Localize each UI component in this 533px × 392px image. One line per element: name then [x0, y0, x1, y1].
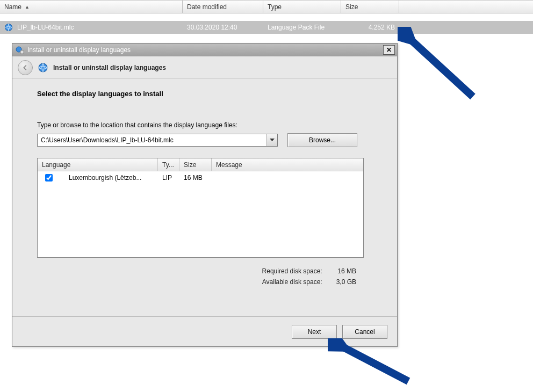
globe-icon [38, 63, 48, 72]
col-name-label: Name [4, 3, 21, 11]
app-icon [16, 46, 24, 54]
combo-dropdown-button[interactable] [266, 134, 277, 146]
col-date-label: Date modified [187, 3, 227, 11]
file-icon [4, 23, 13, 32]
browse-button[interactable]: Browse... [287, 133, 357, 147]
gcol-message[interactable]: Message [212, 158, 363, 171]
required-value: 16 MB [330, 266, 363, 276]
available-value: 3,0 GB [330, 277, 363, 287]
gcol-type[interactable]: Ty... [158, 158, 179, 171]
available-label: Available disk space: [256, 277, 329, 287]
language-grid: Language Ty... Size Message Luxembourgis… [37, 158, 364, 258]
col-spacer [399, 1, 533, 13]
wizard-footer: Next Cancel [12, 316, 397, 346]
wizard-header: Install or uninstall display languages [12, 56, 397, 79]
language-install-dialog: Install or uninstall display languages ✕… [12, 43, 398, 347]
col-size[interactable]: Size [341, 1, 399, 13]
language-name: Luxembourgish (Lëtzeb... [69, 174, 141, 182]
chevron-down-icon [270, 139, 275, 142]
path-input[interactable] [38, 134, 266, 146]
gcol-size[interactable]: Size [179, 158, 212, 171]
close-icon: ✕ [386, 46, 392, 54]
cancel-button[interactable]: Cancel [342, 325, 387, 339]
explorer-header: Name ▲ Date modified Type Size [0, 0, 533, 13]
svg-point-3 [39, 63, 47, 72]
explorer-list: Name ▲ Date modified Type Size LIP_lb-LU… [0, 0, 533, 34]
wizard-body: Select the display languages to install … [12, 79, 397, 316]
instruction-heading: Select the display languages to install [37, 90, 372, 98]
svg-point-0 [5, 24, 12, 31]
language-type: LIP [158, 174, 179, 182]
col-size-label: Size [345, 3, 358, 11]
col-date[interactable]: Date modified [183, 1, 263, 13]
dialog-title: Install or uninstall display languages [27, 46, 383, 54]
col-name[interactable]: Name ▲ [0, 1, 183, 13]
file-date: 30.03.2020 12:40 [183, 24, 263, 31]
titlebar[interactable]: Install or uninstall display languages ✕ [12, 43, 397, 56]
back-arrow-icon [21, 64, 29, 71]
svg-line-5 [338, 345, 408, 381]
language-row[interactable]: Luxembourgish (Lëtzeb... LIP 16 MB [38, 171, 363, 184]
close-button[interactable]: ✕ [383, 45, 395, 55]
file-name: LIP_lb-LU-64bit.mlc [17, 24, 74, 31]
language-checkbox[interactable] [45, 174, 53, 182]
back-button[interactable] [18, 60, 33, 75]
svg-rect-2 [20, 50, 24, 54]
next-button[interactable]: Next [292, 325, 337, 339]
col-type[interactable]: Type [263, 1, 341, 13]
file-row[interactable]: LIP_lb-LU-64bit.mlc 30.03.2020 12:40 Lan… [0, 21, 533, 34]
path-label: Type or browse to the location that cont… [37, 121, 372, 129]
wizard-title: Install or uninstall display languages [53, 64, 166, 71]
svg-line-4 [407, 37, 473, 97]
disk-info: Required disk space: 16 MB Available dis… [37, 265, 364, 288]
file-type: Language Pack File [263, 24, 341, 31]
grid-header: Language Ty... Size Message [38, 158, 363, 171]
file-size: 4.252 KB [341, 24, 399, 31]
annotation-arrow-top [398, 27, 494, 102]
path-combobox[interactable] [37, 134, 278, 147]
language-size: 16 MB [179, 174, 212, 182]
col-type-label: Type [268, 3, 282, 11]
required-label: Required disk space: [256, 266, 329, 276]
sort-asc-icon: ▲ [25, 4, 30, 10]
gcol-language[interactable]: Language [38, 158, 158, 171]
